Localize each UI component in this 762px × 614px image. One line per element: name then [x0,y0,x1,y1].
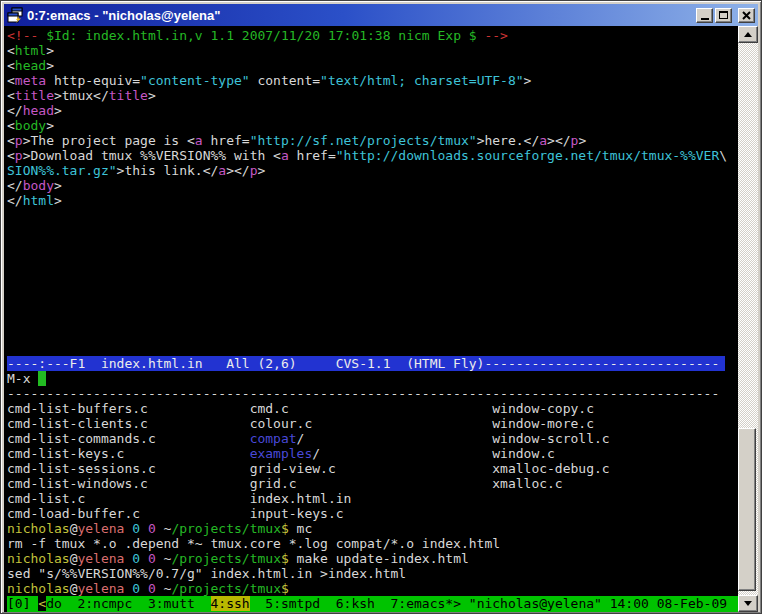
terminal-line: </head> [7,103,738,118]
terminal-line: <p>The project page is <a href="http://s… [7,133,738,148]
pane-separator: ----------------------------------------… [7,386,738,401]
terminal-line: cmd-list-sessions.c grid-view.c xmalloc-… [7,461,738,476]
scroll-down-button[interactable] [738,595,758,612]
terminal-line: nicholas@yelena 0 0 ~/projects/tmux$ mak… [7,551,738,566]
terminal-line: nicholas@yelena 0 0 ~/projects/tmux$ mc [7,521,738,536]
terminal-line [7,267,738,282]
window-title: 0:7:emacs - "nicholas@yelena" [27,8,692,23]
terminal-line: </html> [7,193,738,208]
terminal-line [7,238,738,253]
terminal-line: cmd-list-commands.c compat/ window-scrol… [7,431,738,446]
terminal-line: <meta http-equiv="content-type" content=… [7,73,738,88]
terminal-line [7,297,738,312]
terminal-line: cmd-list-buffers.c cmd.c window-copy.c [7,401,738,416]
terminal-line: cmd-list-keys.c examples/ window.c [7,446,738,461]
terminal-line: cmd-load-buffer.c input-keys.c [7,506,738,521]
putty-icon [7,7,23,23]
terminal-line: sed "s/%%VERSION%%/0.7/g" index.html.in … [7,566,738,581]
terminal-line: cmd-list-windows.c grid.c xmalloc.c [7,476,738,491]
putty-window: 0:7:emacs - "nicholas@yelena" <!-- $Id: … [0,0,762,614]
close-icon [742,11,751,20]
minimize-button[interactable] [696,8,713,23]
terminal-line: nicholas@yelena 0 0 ~/projects/tmux$ [7,581,738,596]
terminal-line [7,208,738,223]
maximize-button[interactable] [715,8,732,23]
scrollbar-track[interactable] [738,43,758,595]
terminal-line: <body> [7,118,738,133]
terminal-line [7,282,738,297]
scrollbar[interactable] [738,26,758,612]
terminal-line: <html> [7,43,738,58]
terminal-line: SION%%.tar.gz">this link.</a></p> [7,163,738,178]
terminal-line: cmd-list.c index.html.in [7,491,738,506]
emacs-mode-line: ----:---F1 index.html.in All (2,6) CVS-1… [7,356,725,371]
terminal-line: rm -f tmux *.o .depend *~ tmux.core *.lo… [7,536,738,551]
close-button[interactable] [738,8,755,23]
terminal-line [7,223,738,238]
arrow-down-icon [744,601,752,606]
terminal-line: </body> [7,178,738,193]
minimize-icon [701,18,709,20]
terminal-line: <title>tmux</title> [7,88,738,103]
terminal-line: <p>Download tmux %%VERSION%% with <a hre… [7,148,738,163]
terminal-line [7,326,738,341]
terminal-line: <head> [7,58,738,73]
terminal-line [7,341,738,356]
tmux-status-bar: [0] <do 2:ncmpc 3:mutt 4:ssh 5:smtpd 6:k… [7,596,738,612]
terminal-line [7,252,738,267]
maximize-icon [719,11,728,19]
scroll-up-button[interactable] [738,26,758,43]
terminal-line: <!-- $Id: index.html.in,v 1.1 2007/11/20… [7,28,738,43]
scrollbar-thumb[interactable] [738,428,756,591]
title-bar[interactable]: 0:7:emacs - "nicholas@yelena" [4,4,758,26]
terminal-screen[interactable]: <!-- $Id: index.html.in,v 1.1 2007/11/20… [4,26,738,612]
arrow-up-icon [744,32,752,37]
emacs-minibuffer: M-x [7,371,738,386]
terminal-line: cmd-list-clients.c colour.c window-more.… [7,416,738,431]
terminal-line [7,312,738,327]
